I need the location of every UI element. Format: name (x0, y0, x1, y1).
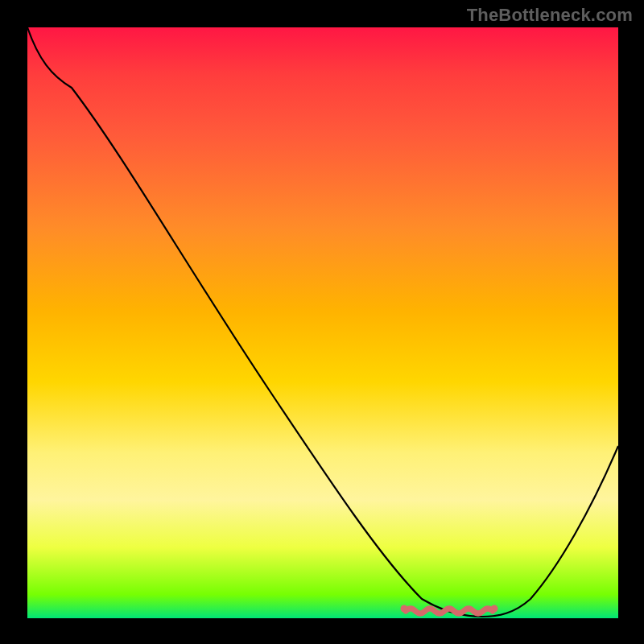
marker-end-dot (491, 605, 498, 613)
optimal-range-marker (406, 609, 493, 613)
plot-area (27, 27, 618, 618)
chart-svg (27, 27, 618, 618)
bottleneck-curve (27, 27, 618, 617)
marker-start-dot (401, 605, 408, 613)
watermark-text: TheBottleneck.com (467, 5, 633, 26)
chart-frame: TheBottleneck.com (0, 0, 644, 644)
